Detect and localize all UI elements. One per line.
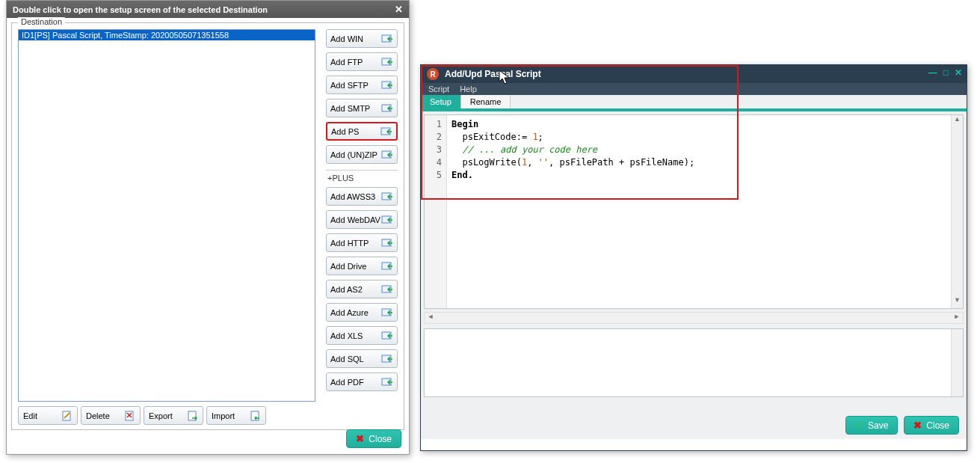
- add-icon: [381, 238, 393, 248]
- add-ps-button[interactable]: Add PS: [326, 122, 398, 141]
- close-x-icon: ✖: [356, 433, 364, 444]
- tab-rename[interactable]: Rename: [461, 95, 511, 108]
- add-icon: [381, 191, 393, 202]
- import-icon: [250, 411, 261, 421]
- delete-button[interactable]: Delete: [81, 406, 141, 425]
- add-ftp-button[interactable]: Add FTP: [326, 52, 398, 71]
- add-win-button[interactable]: Add WIN: [326, 29, 398, 48]
- tab-setup[interactable]: Setup: [421, 95, 461, 108]
- window-controls: — □ ✕: [928, 67, 962, 78]
- add-icon: [381, 215, 393, 225]
- horizontal-scrollbar[interactable]: ◄►: [424, 312, 964, 324]
- add-as2-button[interactable]: Add AS2: [326, 280, 398, 298]
- add-unzip-button[interactable]: Add (UN)ZIP: [326, 145, 398, 164]
- export-button[interactable]: Export: [144, 406, 203, 425]
- add-icon: [381, 34, 393, 44]
- fieldset-legend: Destination: [18, 17, 65, 26]
- log-output[interactable]: [424, 328, 964, 397]
- script-window: R Add/Upd Pascal Script — □ ✕ Script Hel…: [420, 64, 967, 451]
- close-button[interactable]: ✖Close: [346, 429, 401, 448]
- line-gutter: 1 2 3 4 5: [425, 115, 447, 308]
- destination-title: Double click to open the setup screen of…: [13, 5, 268, 14]
- menubar: Script Help: [421, 83, 967, 95]
- log-scrollbar[interactable]: [951, 329, 963, 396]
- export-icon: [188, 411, 198, 421]
- import-button[interactable]: Import: [206, 406, 266, 425]
- side-button-column: Add WIN Add FTP Add SFTP Add SMTP Add PS…: [326, 29, 398, 391]
- add-azure-button[interactable]: Add Azure: [326, 303, 398, 322]
- destination-fieldset: Destination ID1[PS] Pascal Script, TimeS…: [11, 22, 404, 430]
- vertical-scrollbar[interactable]: ▲▼: [951, 115, 963, 308]
- script-title: Add/Upd Pascal Script: [445, 69, 541, 79]
- close-button[interactable]: ✖Close: [904, 416, 959, 435]
- add-sftp-button[interactable]: Add SFTP: [326, 76, 398, 94]
- svg-rect-18: [251, 411, 259, 420]
- minimize-icon[interactable]: —: [928, 67, 937, 78]
- action-row: Edit Delete Export Import: [18, 406, 398, 425]
- destination-list[interactable]: ID1[PS] Pascal Script, TimeStamp: 202005…: [18, 29, 315, 402]
- add-icon: [381, 150, 393, 160]
- add-webdav-button[interactable]: Add WebDAV: [326, 210, 398, 229]
- delete-icon: [125, 411, 135, 421]
- add-pdf-button[interactable]: Add PDF: [326, 372, 398, 391]
- edit-button[interactable]: Edit: [18, 406, 78, 425]
- svg-rect-17: [188, 411, 196, 420]
- destination-item[interactable]: ID1[PS] Pascal Script, TimeStamp: 202005…: [19, 30, 315, 40]
- add-drive-button[interactable]: Add Drive: [326, 257, 398, 275]
- add-icon: [381, 307, 393, 318]
- plus-section-label: +PLUS: [326, 170, 398, 183]
- check-icon: ✓: [855, 420, 863, 431]
- add-icon: [381, 377, 393, 387]
- menu-script[interactable]: Script: [428, 85, 449, 93]
- save-button[interactable]: ✓Save: [845, 416, 898, 435]
- close-x-icon: ✖: [913, 420, 922, 431]
- add-icon: [381, 57, 393, 67]
- add-icon: [381, 80, 393, 91]
- close-icon[interactable]: ✕: [955, 67, 962, 78]
- add-smtp-button[interactable]: Add SMTP: [326, 99, 398, 117]
- code-editor[interactable]: 1 2 3 4 5 Begin psExitCode:= 1; // ... a…: [424, 114, 964, 309]
- add-icon: [381, 354, 393, 364]
- add-icon: [380, 126, 392, 137]
- app-badge-icon: R: [427, 68, 439, 80]
- add-http-button[interactable]: Add HTTP: [326, 233, 398, 252]
- close-icon[interactable]: ✕: [395, 4, 403, 15]
- script-titlebar: R Add/Upd Pascal Script — □ ✕: [421, 65, 967, 83]
- add-sql-button[interactable]: Add SQL: [326, 349, 398, 368]
- destination-titlebar: Double click to open the setup screen of…: [7, 1, 409, 18]
- add-icon: [381, 331, 393, 341]
- maximize-icon[interactable]: □: [943, 67, 949, 78]
- script-body: 1 2 3 4 5 Begin psExitCode:= 1; // ... a…: [421, 110, 967, 439]
- add-xls-button[interactable]: Add XLS: [326, 326, 398, 345]
- menu-help[interactable]: Help: [460, 85, 477, 93]
- script-footer: ✓Save ✖Close: [845, 416, 959, 435]
- add-icon: [381, 261, 393, 272]
- edit-icon: [62, 411, 73, 421]
- destination-window: Double click to open the setup screen of…: [6, 0, 410, 455]
- add-awss3-button[interactable]: Add AWSS3: [326, 187, 398, 206]
- tab-row: Setup Rename: [421, 95, 967, 110]
- code-content[interactable]: Begin psExitCode:= 1; // ... add your co…: [447, 115, 951, 308]
- add-icon: [381, 103, 393, 114]
- add-icon: [381, 284, 393, 295]
